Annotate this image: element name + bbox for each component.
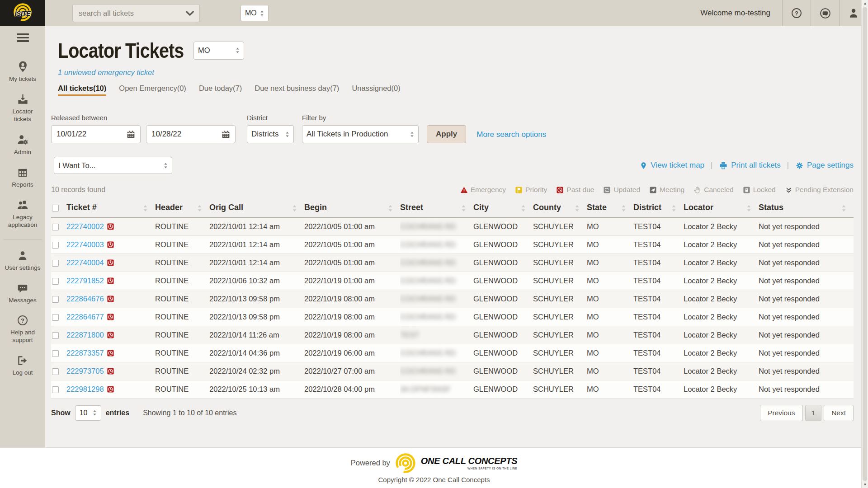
scrollbar[interactable]: ▲ ▼ [861,0,868,488]
calendar-icon[interactable] [126,130,136,139]
page-region-select[interactable]: MO [193,42,244,60]
sort-icon[interactable] [292,204,297,212]
column-header-street[interactable]: Street [400,199,473,217]
ticket-link[interactable]: 222864677 [66,313,104,321]
column-header-ticket[interactable]: Ticket # [66,199,155,217]
sort-icon[interactable] [621,204,626,212]
ticket-link[interactable]: 222740003 [66,240,104,249]
ticket-link[interactable]: 222740002 [66,222,104,230]
sort-icon[interactable] [388,204,393,212]
street-cell: COCHRANS RD [400,272,473,290]
sort-icon[interactable] [841,204,846,212]
select-all-checkbox[interactable] [52,205,59,211]
ticket-link[interactable]: 222973705 [66,367,104,375]
locator-cell: Locator 2 Becky [684,253,759,272]
sidebar-item-my-tickets[interactable]: My tickets [3,61,42,83]
search-all-tickets-select[interactable]: search all tickets [72,4,200,22]
column-header-status[interactable]: Status [759,199,854,217]
street-value-redacted: COCHRANS RD [400,313,456,321]
district-select[interactable]: Districts [247,125,294,143]
status-cell: Not yet responded [759,253,854,272]
isite-logo[interactable]: iSITE [0,0,45,26]
sort-icon[interactable] [671,204,676,212]
column-header-header[interactable]: Header [155,199,209,217]
tab-unassigned-0[interactable]: Unassigned(0) [352,84,400,96]
sidebar-item-user-settings[interactable]: User settings [3,250,42,272]
sidebar-item-locator-tickets[interactable]: Locator tickets [3,93,42,123]
table-row: 222973705ROUTINE2022/10/24 02:32 pm2022/… [51,362,854,380]
legend-label: Canceled [704,186,734,194]
column-header-district[interactable]: District [633,199,684,217]
row-checkbox[interactable] [52,278,59,285]
sidebar-item-admin[interactable]: Admin [3,134,42,156]
apply-button[interactable]: Apply [427,125,466,143]
column-header-begin[interactable]: Begin [304,199,400,217]
row-checkbox[interactable] [52,386,59,393]
row-checkbox[interactable] [52,314,59,321]
row-checkbox[interactable] [52,296,59,303]
tab-open-emergency-0[interactable]: Open Emergency(0) [119,84,186,96]
table-row: 222873357ROUTINE2022/10/14 04:36 pm2022/… [51,344,854,362]
column-header-county[interactable]: County [533,199,587,217]
more-search-options-link[interactable]: More search options [476,130,546,139]
column-header-state[interactable]: State [587,199,633,217]
page-settings-link[interactable]: Page settings [795,161,854,170]
previous-page-button[interactable]: Previous [760,405,802,421]
menu-hamburger-icon[interactable] [17,32,29,44]
filter-by-select[interactable]: All Tickets in Production [302,125,419,143]
ticket-link[interactable]: 222864676 [66,295,104,303]
topbar-region-select[interactable]: MO [241,5,269,21]
orig-call-cell: 2022/10/13 09:58 pm [209,308,304,326]
column-header-orig-call[interactable]: Orig Call [209,199,304,217]
sidebar-item-reports[interactable]: Reports [3,167,42,189]
one-call-concepts-logo-icon [395,453,416,474]
date-to-input[interactable]: 10/28/22 [146,125,236,143]
scroll-down-icon[interactable]: ▼ [862,483,868,487]
svg-text:?: ? [21,317,24,324]
tab-due-today-7[interactable]: Due today(7) [199,84,242,96]
ticket-link[interactable]: 222873357 [66,349,104,357]
next-page-button[interactable]: Next [824,405,854,421]
page-number-button[interactable]: 1 [805,405,822,421]
print-all-tickets-link[interactable]: Print all tickets [719,161,781,170]
tab-all-tickets-10[interactable]: All tickets(10) [58,84,106,96]
sidebar-item-messages[interactable]: Messages [3,282,42,305]
chat-bubbles-button[interactable] [811,0,839,26]
pastdue-icon [107,241,114,249]
pastdue-icon [107,313,114,321]
sort-icon[interactable] [575,204,580,212]
row-checkbox[interactable] [52,224,59,230]
row-checkbox[interactable] [52,368,59,375]
state-cell: MO [587,326,633,344]
calendar-icon[interactable] [221,130,231,139]
row-checkbox[interactable] [52,242,59,249]
date-from-input[interactable]: 10/01/22 [51,125,141,143]
column-header-locator[interactable]: Locator [684,199,759,217]
released-between-label: Released between [51,114,236,122]
sort-icon[interactable] [521,204,526,212]
scroll-up-icon[interactable]: ▲ [862,1,868,5]
scrollbar-thumb[interactable] [863,7,867,481]
sort-icon[interactable] [461,204,466,212]
view-ticket-map-link[interactable]: View ticket map [640,161,704,170]
sidebar-item-log-out[interactable]: Log out [3,355,42,377]
ticket-link[interactable]: 222871800 [66,331,104,339]
help-button[interactable]: ? [783,0,811,26]
sort-icon[interactable] [746,204,751,212]
row-checkbox[interactable] [52,332,59,339]
ticket-link[interactable]: 222791852 [66,277,104,285]
page-size-select[interactable]: 10 [75,405,101,421]
pastdue-icon [107,367,114,375]
unviewed-emergency-link[interactable]: 1 unviewed emergency ticket [58,68,154,77]
row-checkbox[interactable] [52,260,59,267]
sidebar-item-legacy-application[interactable]: Legacy application [3,199,42,229]
ticket-link[interactable]: 222740004 [66,258,104,267]
sort-icon[interactable] [143,204,148,212]
sort-icon[interactable] [197,204,202,212]
tab-due-next-business-day-7[interactable]: Due next business day(7) [255,84,339,96]
i-want-to-select[interactable]: I Want To... [54,157,172,174]
column-header-city[interactable]: City [473,199,533,217]
sidebar-item-help-support[interactable]: ?Help and support [3,314,42,344]
ticket-link[interactable]: 222981298 [66,385,104,393]
row-checkbox[interactable] [52,350,59,357]
